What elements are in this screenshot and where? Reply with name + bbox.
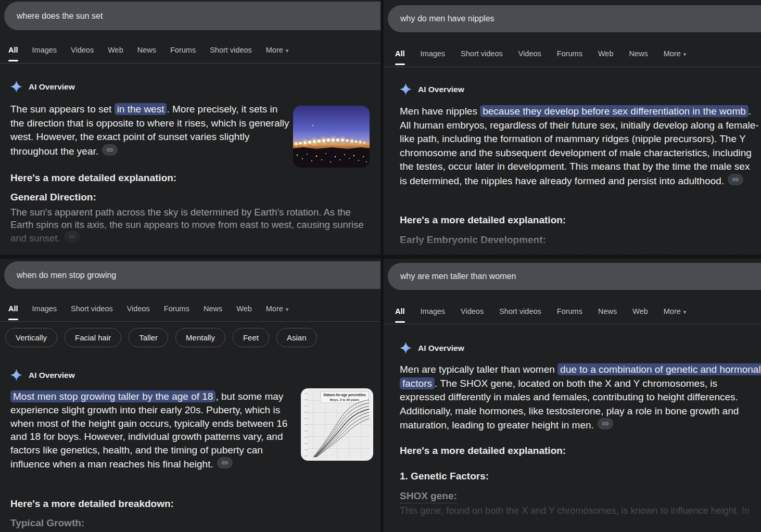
ai-sparkle-icon bbox=[400, 342, 412, 354]
bottom-fade bbox=[384, 516, 761, 532]
search-input[interactable]: why are men taller than women bbox=[388, 263, 761, 290]
source-link-button[interactable] bbox=[64, 231, 80, 243]
search-query-text: where does the sun set bbox=[17, 11, 103, 21]
detail-heading: Here's a more detailed breakdown: bbox=[10, 498, 174, 510]
panel-when-do-men-stop-growing: when do men stop growing AllImagesShort … bbox=[0, 255, 380, 532]
search-input[interactable]: where does the sun set bbox=[4, 2, 380, 30]
faded-sub-heading-dotted[interactable]: SHOX gene: bbox=[400, 490, 457, 503]
tab-more[interactable]: More▾ bbox=[664, 307, 687, 323]
tab-images[interactable]: Images bbox=[32, 46, 57, 61]
link-icon bbox=[221, 459, 229, 466]
text-segment: The sun's apparent path across the sky i… bbox=[10, 207, 364, 244]
detail-heading: Here's a more detailed explanation: bbox=[400, 445, 566, 457]
tabs-divider bbox=[0, 63, 380, 64]
source-link-button[interactable] bbox=[102, 144, 118, 156]
tab-more[interactable]: More▾ bbox=[266, 46, 289, 61]
source-link-button[interactable] bbox=[217, 457, 233, 468]
ai-overview-paragraph: Men are typically taller than women due … bbox=[400, 363, 761, 433]
sub-heading: General Direction: bbox=[10, 192, 96, 203]
chart-title-line1: Stature-for-age percentiles bbox=[323, 393, 366, 397]
chip-facial-hair[interactable]: Facial hair bbox=[65, 328, 121, 347]
panel-why-are-men-taller-than-women: why are men taller than women AllImagesV… bbox=[380, 255, 761, 532]
chip-taller[interactable]: Taller bbox=[129, 328, 168, 347]
ai-overview-label: AI Overview bbox=[29, 82, 75, 92]
source-link-button[interactable] bbox=[728, 174, 743, 185]
tab-news[interactable]: News bbox=[204, 305, 222, 320]
highlighted-text: Most men stop growing taller by the age … bbox=[10, 390, 215, 402]
tab-news[interactable]: News bbox=[137, 46, 156, 61]
tabs-divider bbox=[0, 321, 380, 322]
tab-images[interactable]: Images bbox=[32, 305, 57, 320]
refinement-chips: VerticallyFacial hairTallerMentallyFeetA… bbox=[5, 328, 317, 347]
search-input[interactable]: why do men have nipples bbox=[388, 5, 761, 32]
tab-more[interactable]: More▾ bbox=[266, 305, 289, 320]
tab-web[interactable]: Web bbox=[632, 307, 648, 323]
search-results-2x2-grid: where does the sun set AllImagesVideosWe… bbox=[0, 0, 761, 532]
tab-web[interactable]: Web bbox=[598, 49, 614, 65]
result-type-tabs: AllImagesVideosWebNewsForumsShort videos… bbox=[8, 46, 302, 61]
link-icon bbox=[106, 146, 113, 154]
tab-forums[interactable]: Forums bbox=[164, 305, 189, 320]
tab-images[interactable]: Images bbox=[421, 49, 446, 65]
chevron-down-icon: ▾ bbox=[286, 47, 289, 54]
ai-sparkle-icon bbox=[10, 81, 22, 93]
tab-all[interactable]: All bbox=[8, 46, 18, 61]
text-segment: Men have nipples bbox=[400, 106, 480, 117]
search-input[interactable]: when do men stop growing bbox=[4, 261, 380, 289]
sub-body-paragraph: The sun's apparent path across the sky i… bbox=[10, 206, 375, 245]
tab-web[interactable]: Web bbox=[108, 46, 123, 61]
search-query-text: why are men taller than women bbox=[400, 272, 516, 281]
tab-news[interactable]: News bbox=[629, 49, 648, 65]
tab-short-videos[interactable]: Short videos bbox=[71, 305, 113, 320]
sunset-photo bbox=[293, 106, 370, 168]
ai-overview-paragraph: The sun appears to set in the west. More… bbox=[10, 103, 294, 158]
numbered-section-heading: 1. Genetic Factors: bbox=[400, 471, 489, 482]
ai-overview-paragraph: Men have nipples because they develop be… bbox=[400, 105, 759, 188]
text-segment: . All human embryos, regardless of their… bbox=[400, 106, 759, 186]
chip-asian[interactable]: Asian bbox=[276, 328, 317, 347]
chip-mentally[interactable]: Mentally bbox=[175, 328, 225, 347]
ai-overview-header: AI Overview bbox=[400, 342, 464, 354]
link-icon bbox=[68, 233, 75, 240]
tab-all[interactable]: All bbox=[8, 305, 18, 320]
tab-all[interactable]: All bbox=[395, 49, 405, 65]
tab-short-videos[interactable]: Short videos bbox=[461, 49, 503, 65]
chip-feet[interactable]: Feet bbox=[233, 328, 269, 347]
truncated-body-line: This gene, found on both the X and Y chr… bbox=[400, 505, 750, 516]
ai-sparkle-icon bbox=[10, 369, 22, 381]
sunset-timelapse-thumbnail[interactable] bbox=[293, 106, 370, 168]
tab-forums[interactable]: Forums bbox=[557, 307, 582, 323]
text-segment: The sun appears to set bbox=[10, 104, 115, 115]
tab-forums[interactable]: Forums bbox=[557, 49, 582, 65]
ai-overview-header: AI Overview bbox=[10, 369, 75, 381]
chip-vertically[interactable]: Vertically bbox=[5, 328, 57, 347]
text-segment: Men are typically taller than women bbox=[400, 364, 557, 375]
text-segment: , but some may experience slight growth … bbox=[10, 391, 287, 470]
ai-overview-header: AI Overview bbox=[10, 81, 75, 93]
tab-videos[interactable]: Videos bbox=[518, 49, 541, 65]
panel-why-do-men-have-nipples: why do men have nipples AllImagesShort v… bbox=[380, 0, 761, 255]
tab-videos[interactable]: Videos bbox=[127, 305, 150, 320]
tab-short-videos[interactable]: Short videos bbox=[499, 307, 541, 323]
tab-short-videos[interactable]: Short videos bbox=[210, 46, 252, 61]
truncated-body-line: In the early stages of embryonic develop… bbox=[400, 248, 758, 255]
tab-more[interactable]: More▾ bbox=[664, 49, 687, 65]
tab-videos[interactable]: Videos bbox=[461, 307, 484, 323]
growth-chart-thumbnail[interactable]: Stature-for-age percentiles Boys, 2 to 2… bbox=[301, 388, 373, 461]
tab-videos[interactable]: Videos bbox=[71, 46, 94, 61]
ai-sparkle-icon bbox=[400, 83, 412, 95]
tab-news[interactable]: News bbox=[598, 307, 617, 323]
highlighted-text: in the west bbox=[115, 103, 167, 115]
tab-all[interactable]: All bbox=[395, 307, 405, 323]
highlighted-text: because they develop before sex differen… bbox=[480, 105, 749, 117]
chevron-down-icon: ▾ bbox=[683, 309, 687, 315]
faded-sub-heading: Typical Growth: bbox=[10, 517, 84, 529]
faded-sub-heading: Early Embryonic Development: bbox=[400, 234, 546, 246]
ai-overview-paragraph: Most men stop growing taller by the age … bbox=[10, 390, 296, 471]
link-icon bbox=[732, 176, 739, 183]
source-link-button[interactable] bbox=[598, 418, 613, 429]
ai-sparkle-slot bbox=[400, 83, 412, 95]
tab-forums[interactable]: Forums bbox=[170, 46, 196, 61]
tab-web[interactable]: Web bbox=[236, 305, 252, 320]
tab-images[interactable]: Images bbox=[421, 307, 446, 323]
